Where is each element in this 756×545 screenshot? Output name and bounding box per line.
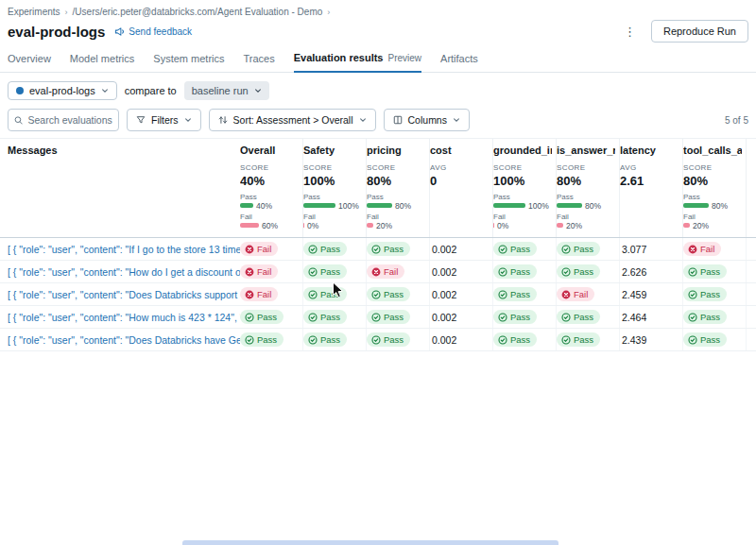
reproduce-run-button[interactable]: Reproduce Run bbox=[651, 20, 748, 43]
pass-badge[interactable]: Pass bbox=[367, 242, 410, 256]
breadcrumb-link-experiment-path[interactable]: /Users/eric.peter@databricks.com/Agent E… bbox=[73, 7, 323, 17]
assessment-cell: Fail bbox=[240, 238, 303, 260]
pass-badge[interactable]: Pass bbox=[557, 332, 600, 347]
run-selector-row: eval-prod-logs compare to baseline run bbox=[0, 73, 756, 109]
message-cell-link[interactable]: [ { "role": "user", "content": "If I go … bbox=[8, 244, 240, 255]
column-header-overall[interactable]: OverallSCORE40%Pass40%Fail60% bbox=[240, 139, 303, 237]
tab-traces[interactable]: Traces bbox=[244, 52, 275, 72]
pass-badge[interactable]: Pass bbox=[303, 264, 347, 279]
breadcrumb-link-experiments[interactable]: Experiments bbox=[8, 7, 60, 17]
assessment-cell: Pass bbox=[493, 283, 557, 305]
columns-button[interactable]: Columns bbox=[384, 109, 470, 131]
search-box bbox=[8, 109, 119, 131]
fail-badge[interactable]: Fail bbox=[240, 287, 278, 301]
assessment-cell: Fail bbox=[557, 283, 620, 305]
message-cell-link[interactable]: [ { "role": "user", "content": "How do I… bbox=[8, 266, 240, 278]
column-header-latency[interactable]: latencyAVG2.61 bbox=[620, 139, 683, 237]
pass-badge[interactable]: Pass bbox=[493, 264, 537, 279]
sort-button[interactable]: Sort: Assessment > Overall bbox=[209, 109, 376, 131]
fail-badge[interactable]: Fail bbox=[367, 264, 404, 279]
search-input[interactable] bbox=[27, 114, 112, 126]
pass-badge[interactable]: Pass bbox=[303, 287, 347, 301]
tab-model-metrics[interactable]: Model metrics bbox=[70, 52, 134, 72]
pass-badge[interactable]: Pass bbox=[557, 264, 600, 279]
tab-overview[interactable]: Overview bbox=[8, 52, 51, 72]
pass-circle-check-icon bbox=[561, 335, 571, 345]
columns-label: Columns bbox=[408, 114, 447, 126]
tab-evaluation-results[interactable]: Evaluation resultsPreview bbox=[294, 52, 421, 73]
column-header-is-answer-rel[interactable]: is_answer_rel...SCORE80%Pass80%Fail20% bbox=[557, 139, 620, 237]
assessment-cell: Pass bbox=[683, 283, 747, 305]
search-icon bbox=[14, 115, 23, 126]
assessment-cell: Pass bbox=[493, 261, 557, 282]
chevron-down-icon bbox=[254, 87, 262, 94]
column-header-tool-calls-are[interactable]: tool_calls_are...SCORE80%Pass80%Fail20% bbox=[683, 139, 747, 237]
table-row[interactable]: [ { "role": "user", "content": "If I go … bbox=[0, 238, 756, 261]
fail-badge[interactable]: Fail bbox=[557, 287, 594, 301]
table-row[interactable]: [ { "role": "user", "content": "Does Dat… bbox=[0, 329, 756, 351]
pass-badge[interactable]: Pass bbox=[683, 332, 727, 347]
column-header-cost[interactable]: costAVG0 bbox=[430, 139, 493, 237]
column-name: cost bbox=[430, 145, 489, 156]
pass-badge[interactable]: Pass bbox=[493, 287, 537, 301]
breadcrumb: Experiments › /Users/eric.peter@databric… bbox=[0, 0, 756, 17]
tab-artifacts[interactable]: Artifacts bbox=[440, 52, 478, 72]
message-cell-link[interactable]: [ { "role": "user", "content": "Does Dat… bbox=[8, 334, 240, 346]
pass-badge[interactable]: Pass bbox=[240, 310, 284, 324]
pass-badge[interactable]: Pass bbox=[557, 310, 600, 324]
chevron-right-icon: › bbox=[65, 8, 68, 17]
fail-badge[interactable]: Fail bbox=[240, 264, 278, 279]
send-feedback-link[interactable]: Send feedback bbox=[114, 26, 192, 37]
horizontal-scrollbar[interactable] bbox=[182, 540, 558, 545]
pass-badge[interactable]: Pass bbox=[367, 287, 410, 301]
table-row[interactable]: [ { "role": "user", "content": "How do I… bbox=[0, 261, 756, 283]
table-row[interactable]: [ { "role": "user", "content": "How much… bbox=[0, 306, 756, 329]
pass-circle-check-icon bbox=[688, 267, 697, 277]
pass-badge[interactable]: Pass bbox=[367, 332, 410, 347]
pass-circle-check-icon bbox=[371, 313, 381, 322]
message-cell-link[interactable]: [ { "role": "user", "content": "Does Dat… bbox=[8, 289, 240, 300]
assessment-cell: Pass bbox=[303, 283, 367, 305]
message-cell-link[interactable]: [ { "role": "user", "content": "How much… bbox=[8, 312, 240, 323]
pass-badge[interactable]: Pass bbox=[303, 242, 347, 256]
assessment-cell: Fail bbox=[240, 283, 303, 305]
stat-value: 80% bbox=[557, 174, 615, 188]
sort-arrows-icon bbox=[218, 115, 228, 125]
pass-badge[interactable]: Pass bbox=[240, 332, 284, 347]
metric-value-cell: 3.077 bbox=[620, 238, 683, 260]
pass-badge[interactable]: Pass bbox=[683, 287, 727, 301]
column-header-safety[interactable]: SafetySCORE100%Pass100%Fail0% bbox=[303, 139, 367, 237]
pass-badge[interactable]: Pass bbox=[683, 310, 727, 324]
pass-circle-check-icon bbox=[308, 335, 318, 345]
pass-circle-check-icon bbox=[688, 313, 697, 322]
pass-badge[interactable]: Pass bbox=[367, 310, 410, 324]
run-selector-dropdown[interactable]: eval-prod-logs bbox=[8, 81, 117, 100]
stat-type-label: SCORE bbox=[683, 163, 742, 172]
pass-badge[interactable]: Pass bbox=[493, 242, 537, 256]
column-header-grounded-in-t[interactable]: grounded_in_t...SCORE100%Pass100%Fail0% bbox=[493, 139, 557, 237]
column-header-pricing[interactable]: pricingSCORE80%Pass80%Fail20% bbox=[367, 139, 430, 237]
metric-value-cell: 2.439 bbox=[620, 329, 683, 350]
tab-label: Overview bbox=[8, 53, 51, 64]
pass-badge[interactable]: Pass bbox=[493, 310, 537, 324]
pass-circle-check-icon bbox=[308, 245, 318, 254]
baseline-run-dropdown[interactable]: baseline run bbox=[184, 81, 269, 100]
fail-badge[interactable]: Fail bbox=[240, 242, 278, 256]
filters-button[interactable]: Filters bbox=[127, 109, 201, 131]
tab-label: System metrics bbox=[153, 53, 224, 64]
pass-circle-check-icon bbox=[498, 313, 507, 322]
pass-badge[interactable]: Pass bbox=[683, 264, 727, 279]
pass-badge[interactable]: Pass bbox=[493, 332, 537, 347]
assessment-cell: Fail bbox=[683, 238, 747, 260]
pass-circle-check-icon bbox=[561, 313, 571, 322]
pass-circle-check-icon bbox=[498, 267, 507, 277]
messages-column-header[interactable]: Messages bbox=[8, 139, 240, 237]
table-row[interactable]: [ { "role": "user", "content": "Does Dat… bbox=[0, 283, 756, 306]
pass-badge[interactable]: Pass bbox=[303, 310, 347, 324]
pass-badge[interactable]: Pass bbox=[557, 242, 600, 256]
tab-system-metrics[interactable]: System metrics bbox=[153, 52, 224, 72]
pass-badge[interactable]: Pass bbox=[303, 332, 347, 347]
kebab-menu-button[interactable]: ⋮ bbox=[618, 23, 642, 41]
fail-badge[interactable]: Fail bbox=[683, 242, 721, 256]
filter-funnel-icon bbox=[136, 115, 146, 125]
